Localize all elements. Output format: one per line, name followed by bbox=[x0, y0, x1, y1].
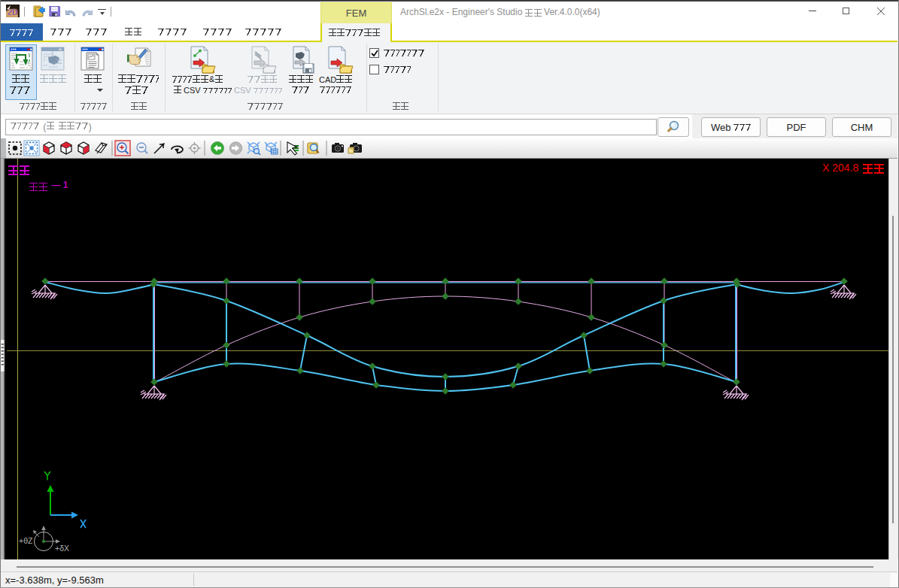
svg-text:+θZ: +θZ bbox=[19, 536, 33, 545]
svg-text:+δX: +δX bbox=[55, 544, 69, 553]
svg-text:2D: 2D bbox=[8, 8, 18, 17]
